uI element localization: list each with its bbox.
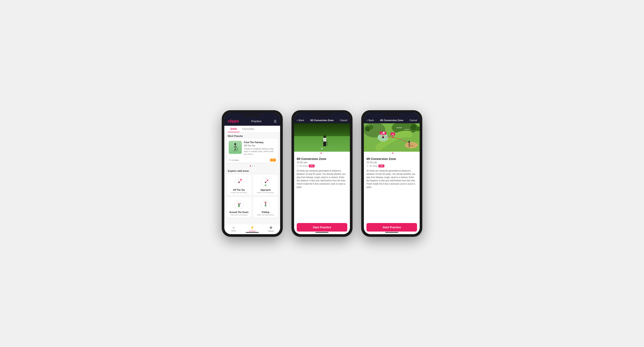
detail-dot-3-1 (390, 153, 391, 154)
phone-2-screen: < Back 6ft Conversion Zone Cancel (294, 113, 350, 234)
nav-activities-label: Activities (249, 230, 256, 232)
drill-subtitle: Off The Tee (244, 144, 264, 147)
most-popular-label: Most Popular (224, 133, 280, 139)
dot-1 (250, 165, 251, 167)
skill-grid: Off The Tee Power and accuracy (224, 174, 280, 220)
skill-desc-putting: Make and lag practice (257, 214, 274, 216)
drill-card-find-fairway[interactable]: Find The Fairway Off The Tee ♡ Create an… (226, 139, 278, 163)
svg-line-41 (326, 140, 328, 146)
svg-point-20 (266, 179, 267, 180)
svg-point-15 (240, 179, 242, 180)
detail-dot-3-2 (392, 153, 393, 154)
phone-2-notch (313, 114, 331, 116)
skill-desc-around-green: Hone your short game (230, 214, 248, 216)
logo: clippd (228, 119, 239, 124)
back-button-3[interactable]: < Back (366, 119, 374, 122)
drill-tag-arg-2: ARG (309, 165, 315, 167)
drill-image-3: Miss Hit SAND FAIRWAY ROUGH (364, 123, 420, 152)
phone-3: < Back 6ft Conversion Zone Cancel (361, 110, 422, 237)
svg-line-6 (236, 147, 238, 150)
phone-1-screen: clippd Practice ☰ Drills Favourites Most… (224, 113, 280, 234)
detail-dot-1 (320, 153, 322, 154)
detail-image-dots-3 (364, 152, 420, 155)
svg-point-32 (265, 204, 266, 205)
svg-text:FAIRWAY: FAIRWAY (396, 127, 402, 128)
detail-title-2: 6ft Conversion Zone (310, 119, 334, 122)
detail-dot-2 (322, 153, 324, 154)
svg-point-37 (323, 135, 326, 138)
drill-detail-range-3: 10-50 yds (366, 161, 396, 164)
phone-1: clippd Practice ☰ Drills Favourites Most… (222, 110, 283, 237)
skill-name-putting: Putting (262, 211, 269, 213)
map-scene-3: Miss Hit SAND FAIRWAY ROUGH (364, 123, 420, 152)
skill-desc-off-tee: Power and accuracy (231, 192, 247, 194)
skill-card-off-tee[interactable]: Off The Tee Power and accuracy (226, 175, 251, 195)
svg-line-4 (234, 148, 235, 151)
nav-capture[interactable]: ⊕ Capture (262, 225, 280, 232)
svg-line-2 (234, 146, 235, 147)
start-practice-button-2[interactable]: Start Practice (297, 223, 347, 232)
svg-text:Hit: Hit (392, 134, 394, 135)
nav-activities[interactable]: ⚡ Activities (243, 225, 262, 232)
cancel-button-2[interactable]: Cancel (340, 119, 347, 122)
drill-image-2 (294, 123, 350, 152)
dot-2 (252, 165, 253, 167)
phone-3-home-bar (385, 232, 398, 233)
drill-title: Find The Fairway (244, 141, 264, 144)
off-tee-icon (234, 177, 244, 188)
favourite-icon[interactable]: ♡ (274, 141, 276, 144)
header-title: Practice (251, 120, 262, 123)
capture-icon: ⊕ (270, 225, 272, 230)
tabs-bar: Drills Favourites (224, 126, 280, 133)
detail-title-3: 6ft Conversion Zone (380, 119, 403, 122)
drill-thumbnail (229, 141, 242, 154)
dot-3 (254, 165, 255, 167)
drill-detail-title-3: 6ft Conversion Zone (366, 157, 396, 161)
drill-detail-title-2: 6ft Conversion Zone (297, 157, 326, 161)
cancel-button-3[interactable]: Cancel (410, 119, 417, 122)
home-icon: ⌂ (232, 225, 235, 229)
nav-home[interactable]: ⌂ Home (224, 225, 243, 232)
phone-2-home-bar (316, 232, 328, 233)
shots-count-2: 20 shots (297, 165, 308, 167)
svg-point-22 (238, 205, 240, 207)
drill-thumb-image (229, 141, 242, 154)
activities-icon: ⚡ (250, 225, 254, 230)
skill-card-approach[interactable]: Approach Dial-in to hit the green (253, 175, 278, 195)
skill-card-around-green[interactable]: Around The Green Hone your short game (226, 197, 251, 218)
drill-fav-icon-3[interactable]: ♡ (414, 157, 417, 161)
drill-detail-shots-3: 20 shots ARG (366, 165, 417, 167)
svg-point-52 (369, 125, 373, 129)
putting-icon (260, 199, 271, 210)
drill-detail-range-2: 10-50 yds (297, 161, 326, 164)
svg-point-31 (265, 203, 266, 204)
drill-description: Create an imaginary fairway using trees … (244, 148, 276, 155)
svg-point-0 (234, 143, 236, 145)
skill-desc-approach: Dial-in to hit the green (257, 192, 274, 194)
drill-fav-icon-2[interactable]: ♡ (344, 157, 347, 161)
detail-content-3: 6ft Conversion Zone 10-50 yds ♡ 20 shots… (364, 155, 420, 221)
detail-image-dots-2 (294, 152, 350, 155)
svg-line-5 (235, 148, 236, 151)
phone-notch (244, 114, 261, 116)
start-practice-button-3[interactable]: Start Practice (366, 223, 417, 232)
skill-card-putting[interactable]: Putting Make and lag practice (253, 197, 278, 218)
phone-3-screen: < Back 6ft Conversion Zone Cancel (364, 113, 420, 234)
drill-tag-ott: OTT (270, 159, 276, 162)
svg-line-3 (235, 146, 236, 147)
drill-shots: 10 shots (229, 159, 239, 161)
menu-icon[interactable]: ☰ (274, 120, 277, 123)
drill-detail-desc-2: 20 shots are randomly generated at dista… (297, 169, 347, 189)
drill-tag-arg-3: ARG (378, 165, 384, 167)
drill-meta: 10 shots OTT (226, 158, 278, 163)
svg-point-19 (267, 180, 268, 181)
tab-favourites[interactable]: Favourites (240, 126, 257, 132)
svg-point-72 (382, 137, 384, 138)
phone-3-notch (383, 114, 400, 116)
phone-2: < Back 6ft Conversion Zone Cancel (292, 110, 352, 237)
skill-name-around-green: Around The Green (229, 211, 248, 213)
back-button-2[interactable]: < Back (297, 119, 304, 122)
golf-scene-2 (294, 123, 350, 152)
drill-detail-desc-3: 20 shots are randomly generated at dista… (366, 169, 417, 189)
tab-drills[interactable]: Drills (228, 126, 240, 132)
